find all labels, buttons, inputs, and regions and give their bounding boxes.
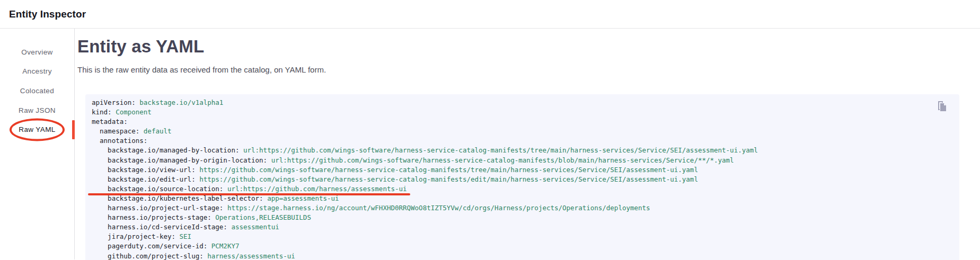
sidebar-item-label: Overview: [21, 48, 52, 56]
sidebar-item-raw-json[interactable]: Raw JSON: [0, 101, 74, 120]
yaml-key: apiVersion:: [92, 98, 136, 106]
copy-icon[interactable]: [935, 100, 949, 113]
yaml-key: backstage.io/managed-by-origin-location:: [92, 156, 267, 164]
code-line: github.com/project-slug: harness/assessm…: [92, 252, 938, 260]
page-title: Entity as YAML: [77, 36, 959, 57]
yaml-value: Component: [112, 108, 152, 116]
yaml-key: kind:: [92, 108, 112, 116]
yaml-key: backstage.io/view-url:: [92, 166, 196, 174]
yaml-key: backstage.io/source-location:: [92, 185, 223, 193]
yaml-key: harness.io/projects-stage:: [92, 213, 211, 221]
yaml-text: apiVersion: backstage.io/v1alpha1 kind: …: [92, 98, 938, 260]
yaml-value: Operations,RELEASEBUILDS: [211, 213, 311, 221]
yaml-key: github.com/project-slug:: [92, 252, 204, 260]
yaml-value: SEI: [175, 232, 191, 240]
code-line: backstage.io/managed-by-location: url:ht…: [92, 146, 938, 155]
code-line: pagerduty.com/service-id: PCM2KY7: [92, 241, 938, 251]
yaml-value: assessmentui: [227, 223, 279, 231]
yaml-code-block: apiVersion: backstage.io/v1alpha1 kind: …: [85, 94, 959, 260]
yaml-value: url:https://github.com/harness/assessmen…: [223, 185, 407, 193]
yaml-value: url:https://github.com/wings-software/ha…: [239, 146, 757, 154]
sidebar-item-label: Ancestry: [22, 67, 52, 75]
code-line: backstage.io/source-location: url:https:…: [92, 184, 938, 194]
code-line: backstage.io/edit-url: https://github.co…: [92, 175, 938, 184]
selected-tab-indicator: [72, 120, 75, 139]
dialog-header: Entity Inspector: [0, 0, 980, 29]
yaml-key: backstage.io/kubernetes-label-selector:: [92, 194, 263, 202]
code-line: backstage.io/view-url: https://github.co…: [92, 165, 938, 175]
sidebar-item-colocated[interactable]: Colocated: [0, 81, 74, 101]
yaml-value: https://github.com/wings-software/harnes…: [196, 175, 698, 183]
code-line: kind: Component: [92, 107, 938, 117]
sidebar-item-ancestry[interactable]: Ancestry: [0, 62, 74, 82]
code-line: apiVersion: backstage.io/v1alpha1: [92, 98, 938, 107]
sidebar-item-overview[interactable]: Overview: [0, 42, 74, 62]
yaml-key: jira/project-key:: [92, 232, 175, 240]
code-line: harness.io/cd-serviceId-stage: assessmen…: [92, 222, 938, 232]
yaml-value: default: [139, 127, 171, 135]
yaml-key: pagerduty.com/service-id:: [92, 242, 207, 250]
code-line: jira/project-key: SEI: [92, 232, 938, 241]
code-line: harness.io/projects-stage: Operations,RE…: [92, 213, 938, 222]
yaml-value: harness/assessments-ui: [204, 252, 295, 260]
yaml-key: metadata:: [92, 118, 128, 125]
yaml-value: backstage.io/v1alpha1: [136, 98, 224, 106]
code-line: annotations:: [92, 136, 938, 146]
yaml-value: https://stage.harness.io/ng/account/wFHX…: [223, 204, 650, 212]
main-content: Entity as YAML This is the raw entity da…: [75, 29, 980, 259]
code-line: metadata:: [92, 117, 938, 127]
code-line: harness.io/project-url-stage: https://st…: [92, 203, 938, 213]
yaml-value: app=assessments-ui: [263, 194, 339, 202]
yaml-key: annotations:: [92, 137, 147, 145]
yaml-value: url:https://github.com/wings-software/ha…: [267, 156, 734, 164]
yaml-key: harness.io/project-url-stage:: [92, 204, 223, 212]
sidebar-item-label: Raw YAML: [19, 125, 55, 133]
yaml-key: backstage.io/edit-url:: [92, 175, 196, 183]
yaml-key: harness.io/cd-serviceId-stage:: [92, 223, 227, 231]
yaml-key: backstage.io/managed-by-location:: [92, 146, 239, 154]
sidebar: Overview Ancestry Colocated Raw JSON Raw…: [0, 29, 75, 259]
sidebar-item-raw-yaml[interactable]: Raw YAML: [0, 120, 74, 139]
code-line: namespace: default: [92, 127, 938, 136]
page-subtitle: This is the raw entity data as received …: [77, 65, 959, 75]
code-line: backstage.io/managed-by-origin-location:…: [92, 156, 938, 165]
yaml-key: namespace:: [92, 127, 139, 135]
dialog-title: Entity Inspector: [9, 8, 86, 20]
yaml-value: https://github.com/wings-software/harnes…: [196, 166, 698, 174]
dialog-body: Overview Ancestry Colocated Raw JSON Raw…: [0, 29, 980, 259]
copy-icon-glyph: [935, 100, 949, 113]
sidebar-item-label: Raw JSON: [19, 106, 56, 114]
yaml-value: PCM2KY7: [207, 242, 239, 250]
code-line: backstage.io/kubernetes-label-selector: …: [92, 194, 938, 203]
sidebar-item-label: Colocated: [20, 87, 54, 95]
